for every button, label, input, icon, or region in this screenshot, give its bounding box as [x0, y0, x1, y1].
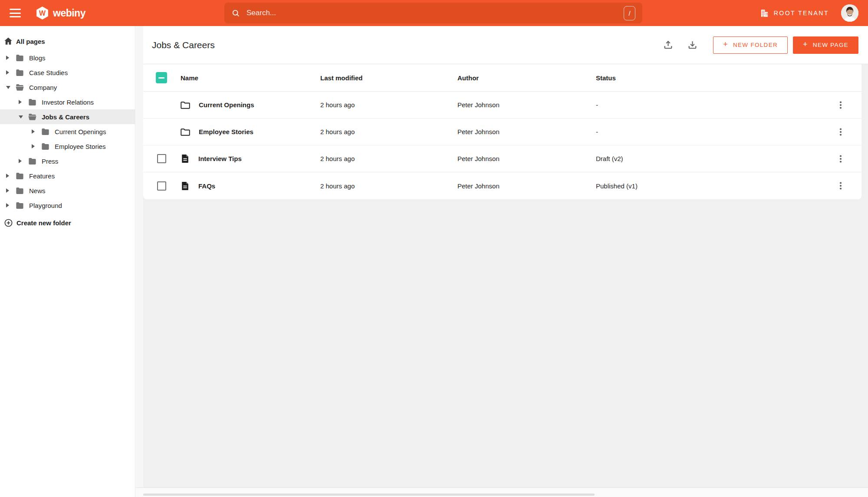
tenant-label: ROOT TENANT	[774, 10, 829, 16]
row-checkbox[interactable]	[157, 154, 166, 163]
sidebar-item-label: Blogs	[29, 54, 46, 62]
sidebar-scrollbar-track[interactable]	[136, 26, 143, 497]
chevron-right-icon[interactable]	[32, 144, 37, 148]
kebab-menu-icon	[835, 181, 846, 191]
top-app-bar: W webiny / ROOT TENANT	[0, 0, 868, 26]
sidebar-item-blogs[interactable]: Blogs	[0, 50, 135, 65]
slash-key-icon: /	[624, 6, 635, 20]
kebab-menu-icon	[835, 154, 846, 164]
folder-closed-icon	[15, 53, 25, 63]
sidebar-item-label: Features	[29, 172, 55, 180]
row-last-modified: 2 hours ago	[320, 128, 457, 135]
sidebar-item-company[interactable]: Company	[0, 80, 135, 95]
sidebar-item-news[interactable]: News	[0, 183, 135, 198]
global-search[interactable]: /	[224, 3, 642, 23]
svg-text:W: W	[39, 10, 46, 17]
sidebar-item-all-pages[interactable]: All pages	[0, 35, 135, 48]
chevron-right-icon[interactable]	[6, 70, 11, 75]
row-last-modified: 2 hours ago	[320, 155, 457, 162]
chevron-right-icon[interactable]	[6, 203, 11, 207]
column-header-author[interactable]: Author	[457, 74, 596, 82]
folder-closed-icon	[15, 186, 25, 196]
sidebar-item-label: Investor Relations	[42, 99, 94, 106]
new-folder-button[interactable]: + NEW FOLDER	[713, 36, 788, 54]
chevron-down-icon[interactable]	[6, 86, 11, 89]
chevron-right-icon[interactable]	[6, 174, 11, 178]
sidebar-item-features[interactable]: Features	[0, 168, 135, 183]
table-row[interactable]: Employee Stories 2 hours ago Peter Johns…	[143, 118, 861, 145]
page-header: Jobs & Careers + NEW FOLDER + NEW PAGE	[143, 26, 868, 64]
row-checkbox[interactable]	[157, 181, 166, 191]
row-status: Draft (v2)	[596, 155, 820, 162]
sidebar-item-current-openings[interactable]: Current Openings	[0, 124, 135, 139]
create-new-folder-button[interactable]: Create new folder	[0, 216, 135, 229]
sidebar-item-label: Case Studies	[29, 69, 68, 76]
folder-tree: Blogs Case Studies Company Investor Rela…	[0, 50, 135, 213]
sidebar-item-employee-stories[interactable]: Employee Stories	[0, 139, 135, 154]
import-button[interactable]	[659, 36, 677, 54]
folder-tree-sidebar: All pages Blogs Case Studies Company Inv…	[0, 26, 135, 497]
horizontal-scrollbar-thumb[interactable]	[143, 494, 595, 496]
search-input[interactable]	[247, 9, 624, 17]
bottom-scrollbar-strip	[136, 487, 868, 497]
row-status: Published (v1)	[596, 182, 820, 190]
table-row[interactable]: Interview Tips 2 hours ago Peter Johnson…	[143, 145, 861, 172]
row-actions-menu[interactable]	[833, 97, 848, 113]
folder-closed-icon	[27, 156, 37, 166]
export-button[interactable]	[684, 36, 701, 54]
row-actions-menu[interactable]	[833, 151, 848, 167]
hamburger-menu-icon[interactable]	[10, 9, 21, 17]
sidebar-item-label: Current Openings	[55, 128, 106, 135]
row-last-modified: 2 hours ago	[320, 182, 457, 190]
row-author: Peter Johnson	[457, 128, 596, 135]
building-icon	[760, 8, 769, 18]
pages-table: Name Last modified Author Status Current…	[143, 64, 861, 199]
folder-closed-icon	[27, 97, 37, 107]
column-header-status[interactable]: Status	[596, 74, 820, 82]
row-author: Peter Johnson	[457, 155, 596, 162]
tenant-selector[interactable]: ROOT TENANT	[760, 8, 829, 18]
select-all-checkbox[interactable]	[156, 72, 167, 83]
kebab-menu-icon	[835, 100, 846, 110]
sidebar-item-label: News	[29, 187, 46, 194]
column-header-name[interactable]: Name	[180, 74, 320, 82]
sidebar-item-press[interactable]: Press	[0, 154, 135, 168]
folder-closed-icon	[40, 142, 50, 151]
table-row[interactable]: FAQs 2 hours ago Peter Johnson Published…	[143, 172, 861, 199]
folder-outline-icon	[180, 99, 191, 111]
row-actions-menu[interactable]	[833, 178, 848, 194]
webiny-logo-mark: W	[36, 6, 49, 20]
user-avatar[interactable]	[841, 4, 858, 22]
new-page-button[interactable]: + NEW PAGE	[793, 36, 858, 54]
folder-closed-icon	[15, 171, 25, 181]
page-title: Jobs & Careers	[152, 40, 215, 50]
folder-closed-icon	[15, 68, 25, 78]
chevron-right-icon[interactable]	[19, 159, 24, 163]
row-status: -	[596, 101, 820, 109]
folder-open-icon	[27, 112, 37, 122]
chevron-right-icon[interactable]	[6, 56, 11, 60]
plus-circle-icon	[4, 218, 13, 227]
sidebar-item-label: Playground	[29, 202, 62, 209]
row-name[interactable]: Employee Stories	[199, 128, 253, 135]
chevron-right-icon[interactable]	[6, 188, 11, 193]
row-actions-menu[interactable]	[833, 124, 848, 140]
search-icon	[231, 9, 240, 18]
chevron-down-icon[interactable]	[19, 115, 24, 118]
row-name[interactable]: Current Openings	[199, 101, 254, 109]
folder-closed-icon	[15, 201, 25, 211]
plus-icon: +	[803, 40, 808, 49]
chevron-right-icon[interactable]	[32, 129, 37, 134]
column-header-last-modified[interactable]: Last modified	[320, 74, 457, 82]
sidebar-item-playground[interactable]: Playground	[0, 198, 135, 213]
brand-wordmark: webiny	[53, 7, 85, 19]
row-name[interactable]: FAQs	[198, 182, 215, 190]
row-name[interactable]: Interview Tips	[198, 155, 242, 162]
sidebar-item-case-studies[interactable]: Case Studies	[0, 65, 135, 80]
table-header-row: Name Last modified Author Status	[143, 64, 861, 92]
row-status: -	[596, 128, 820, 135]
table-row[interactable]: Current Openings 2 hours ago Peter Johns…	[143, 92, 861, 118]
sidebar-item-investor-relations[interactable]: Investor Relations	[0, 95, 135, 109]
chevron-right-icon[interactable]	[19, 100, 24, 104]
sidebar-item-jobs-careers[interactable]: Jobs & Careers	[0, 109, 135, 124]
